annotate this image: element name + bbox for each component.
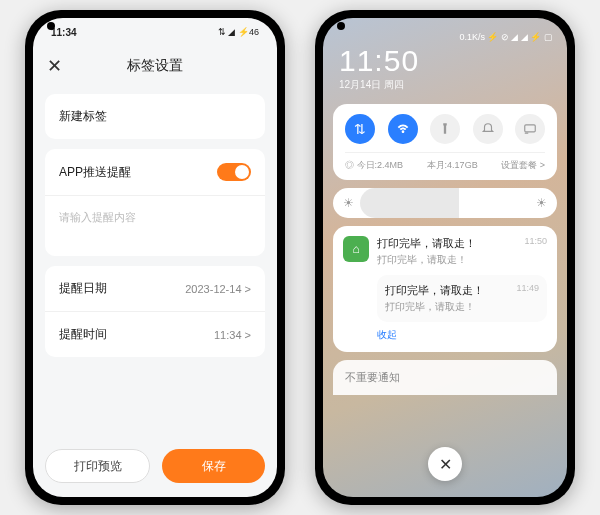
brightness-slider[interactable]: ☀ ☀ xyxy=(333,188,557,218)
quick-settings-panel: ⇅ ◎ 今日:2.4MB 本月:4.17GB 设置套餐 > xyxy=(333,104,557,180)
new-tag-card[interactable]: 新建标签 xyxy=(45,94,265,139)
nested-notification[interactable]: 打印完毕，请取走！ 打印完毕，请取走！ 11:49 xyxy=(377,275,547,322)
page-title: 标签设置 xyxy=(127,57,183,75)
qs-toggles: ⇅ xyxy=(345,114,545,152)
app-icon: ⌂ xyxy=(343,236,369,262)
notification-shade: 0.1K/s ⚡ ⊘ ◢ ◢ ⚡ ▢ 11:50 12月14日 周四 ⇅ xyxy=(323,18,567,497)
clock-time: 11:50 xyxy=(339,44,551,78)
notification-card[interactable]: ⌂ 打印完毕，请取走！ 11:50 打印完毕，请取走！ 打印完毕，请取走！ 打印… xyxy=(333,226,557,352)
reminder-content-input[interactable]: 请输入提醒内容 xyxy=(45,196,265,256)
data-today: ◎ 今日:2.4MB xyxy=(345,159,403,172)
page-header: ✕ 标签设置 xyxy=(33,46,277,86)
low-label: 不重要通知 xyxy=(345,371,400,383)
clock-date: 12月14日 周四 xyxy=(339,78,551,92)
brightness-high-icon: ☀ xyxy=(536,196,547,210)
collapse-link[interactable]: 收起 xyxy=(377,328,547,342)
settings-screen: 11:34 ⇅ ◢ ⚡46 ✕ 标签设置 新建标签 APP推送提醒 请输入提醒内… xyxy=(33,18,277,497)
footer-buttons: 打印预览 保存 xyxy=(45,449,265,483)
reminder-time-row[interactable]: 提醒时间 11:34 > xyxy=(45,312,265,357)
notif-time: 11:50 xyxy=(524,236,547,251)
date-label: 提醒日期 xyxy=(59,280,107,297)
nested-title: 打印完毕，请取走！ xyxy=(385,283,484,298)
data-usage-row[interactable]: ◎ 今日:2.4MB 本月:4.17GB 设置套餐 > xyxy=(345,152,545,172)
reminder-date-row[interactable]: 提醒日期 2023-12-14 > xyxy=(45,266,265,312)
preview-button[interactable]: 打印预览 xyxy=(45,449,150,483)
date-time-card: 提醒日期 2023-12-14 > 提醒时间 11:34 > xyxy=(45,266,265,357)
dnd-icon[interactable] xyxy=(473,114,503,144)
brightness-track[interactable] xyxy=(360,188,530,218)
mobile-data-icon[interactable]: ⇅ xyxy=(345,114,375,144)
status-bar: 11:34 ⇅ ◢ ⚡46 xyxy=(33,18,277,46)
camera-notch xyxy=(337,22,345,30)
push-card: APP推送提醒 请输入提醒内容 xyxy=(45,149,265,256)
wifi-icon[interactable] xyxy=(388,114,418,144)
clock-area: 11:50 12月14日 周四 xyxy=(323,44,567,96)
flashlight-icon[interactable] xyxy=(430,114,460,144)
status-icons: ⇅ ◢ ⚡46 xyxy=(218,27,259,37)
notif-subtitle: 打印完毕，请取走！ xyxy=(377,253,547,267)
data-month: 本月:4.17GB xyxy=(427,159,478,172)
cast-icon[interactable] xyxy=(515,114,545,144)
date-value: 2023-12-14 > xyxy=(185,283,251,295)
nested-sub: 打印完毕，请取走！ xyxy=(385,300,484,314)
settings-content: 新建标签 APP推送提醒 请输入提醒内容 提醒日期 2023-12-14 > 提… xyxy=(33,86,277,365)
status-time: 11:34 xyxy=(51,27,77,38)
close-shade-button[interactable]: ✕ xyxy=(428,447,462,481)
status-icons: 0.1K/s ⚡ ⊘ ◢ ◢ ⚡ ▢ xyxy=(459,32,553,42)
notif-title: 打印完毕，请取走！ xyxy=(377,236,476,251)
close-icon[interactable]: ✕ xyxy=(47,55,62,77)
brightness-low-icon: ☀ xyxy=(343,196,354,210)
data-settings-link[interactable]: 设置套餐 > xyxy=(501,159,545,172)
phone-right: 0.1K/s ⚡ ⊘ ◢ ◢ ⚡ ▢ 11:50 12月14日 周四 ⇅ xyxy=(315,10,575,505)
push-label: APP推送提醒 xyxy=(59,164,131,181)
time-value: 11:34 > xyxy=(214,329,251,341)
phone-left: 11:34 ⇅ ◢ ⚡46 ✕ 标签设置 新建标签 APP推送提醒 请输入提醒内… xyxy=(25,10,285,505)
nested-time: 11:49 xyxy=(516,283,539,314)
camera-notch xyxy=(47,22,55,30)
svg-rect-0 xyxy=(525,125,536,132)
time-label: 提醒时间 xyxy=(59,326,107,343)
save-button[interactable]: 保存 xyxy=(162,449,265,483)
status-bar: 0.1K/s ⚡ ⊘ ◢ ◢ ⚡ ▢ xyxy=(323,18,567,44)
new-tag-label: 新建标签 xyxy=(59,108,107,125)
unimportant-notifications[interactable]: 不重要通知 xyxy=(333,360,557,395)
push-toggle[interactable] xyxy=(217,163,251,181)
